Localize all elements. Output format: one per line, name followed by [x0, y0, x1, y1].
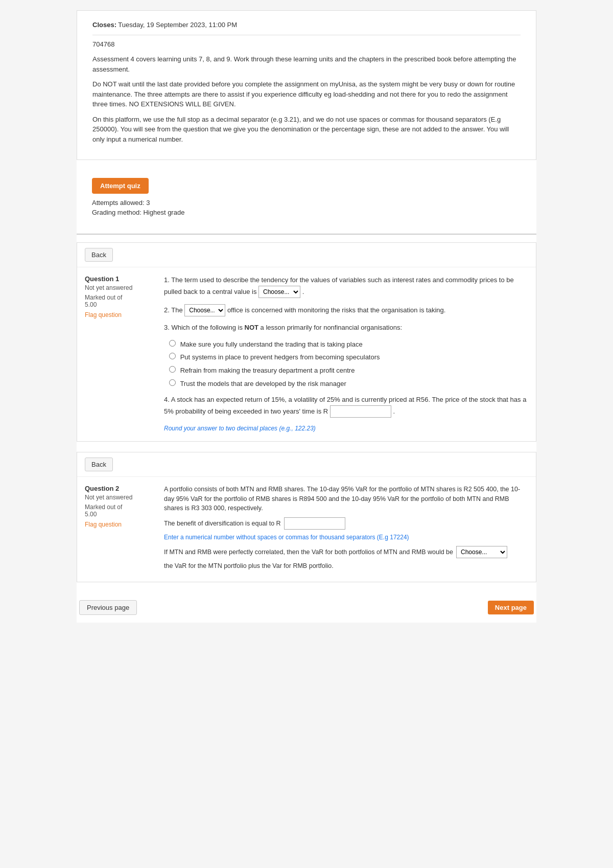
back-bar-q2: Back [77, 452, 536, 477]
correlation-select[interactable]: Choose... [456, 546, 507, 558]
question2-mark: Marked out of 5.00 [85, 504, 156, 518]
attempt-quiz-button[interactable]: Attempt quiz [92, 178, 149, 194]
next-page-button[interactable]: Next page [488, 601, 534, 614]
q3-radio-options: Make sure you fully understand the tradi… [169, 339, 528, 390]
description-p2: Do NOT wait until the last date provided… [92, 79, 521, 109]
question2-status: Not yet answered [85, 494, 156, 501]
question1-title: Question 1 [85, 275, 156, 283]
q4-row: 4. A stock has an expected return of 15%… [164, 395, 528, 418]
previous-page-button[interactable]: Previous page [79, 600, 137, 615]
q3-row: 3. Which of the following is NOT a lesso… [164, 323, 528, 333]
question1-layout: Question 1 Not yet answered Marked out o… [77, 267, 536, 441]
radio-label-2: Put systems in place to prevent hedgers … [180, 353, 380, 361]
question2-sidebar: Question 2 Not yet answered Marked out o… [85, 485, 156, 574]
q3-text: 3. Which of the following is [164, 324, 243, 331]
question1-flag[interactable]: Flag question [85, 311, 122, 318]
question2-card: Back Question 2 Not yet answered Marked … [77, 452, 536, 582]
q1-text: 1. The term used to describe the tendenc… [164, 276, 514, 295]
quiz-id: 704768 [92, 40, 521, 48]
description-p1: Assessment 4 covers learning units 7, 8,… [92, 54, 521, 74]
question1-content: 1. The term used to describe the tendenc… [164, 275, 528, 433]
radio-input-3[interactable] [169, 366, 176, 373]
question1-sidebar: Question 1 Not yet answered Marked out o… [85, 275, 156, 433]
q2-select[interactable]: Choose... [184, 304, 225, 316]
radio-input-4[interactable] [169, 379, 176, 386]
back-button-q1[interactable]: Back [85, 248, 113, 262]
q2-suffix: office is concerned with monitoring the … [227, 306, 446, 314]
radio-input-2[interactable] [169, 353, 176, 359]
benefit-input[interactable] [284, 517, 345, 530]
attempt-meta: Attempts allowed: 3 Grading method: High… [92, 199, 521, 216]
correlation-row: If MTN and RMB were perfectly correlated… [164, 546, 528, 571]
radio-option-4[interactable]: Trust the models that are developed by t… [169, 379, 528, 390]
closes-line: Closes: Tuesday, 19 September 2023, 11:0… [92, 21, 521, 29]
question2-title: Question 2 [85, 485, 156, 492]
question1-mark: Marked out of 5.00 [85, 294, 156, 308]
grading-method: Grading method: Highest grade [92, 209, 521, 216]
q1-row: 1. The term used to describe the tendenc… [164, 275, 528, 298]
radio-label-4: Trust the models that are developed by t… [180, 380, 346, 387]
closes-label: Closes: [92, 21, 116, 29]
description-p3: On this platform, we use the full stop a… [92, 115, 521, 145]
correlation-suffix: the VaR for the MTN portfolio plus the V… [164, 561, 334, 571]
closes-date: Tuesday, 19 September 2023, 11:00 PM [118, 21, 237, 29]
radio-label-3: Refrain from making the treasury departm… [180, 367, 355, 374]
question2-layout: Question 2 Not yet answered Marked out o… [77, 477, 536, 582]
benefit-prefix: The benefit of diversification is equal … [164, 519, 281, 529]
attempt-section: Attempt quiz Attempts allowed: 3 Grading… [77, 170, 536, 226]
info-section: Closes: Tuesday, 19 September 2023, 11:0… [77, 10, 536, 160]
q2-prefix: 2. The [164, 306, 183, 314]
attempts-allowed: Attempts allowed: 3 [92, 199, 521, 207]
q3-suffix: a lesson primarily for nonfinancial orga… [261, 324, 402, 331]
question1-card: Back Question 1 Not yet answered Marked … [77, 242, 536, 442]
description: Assessment 4 covers learning units 7, 8,… [92, 54, 521, 144]
radio-option-1[interactable]: Make sure you fully understand the tradi… [169, 339, 528, 350]
q2-description: A portfolio consists of both MTN and RMB… [164, 485, 528, 513]
q2-row: 2. The Choose... office is concerned wit… [164, 304, 528, 316]
back-bar-q1: Back [77, 243, 536, 267]
back-button-q2[interactable]: Back [85, 458, 113, 471]
benefit-row: The benefit of diversification is equal … [164, 517, 528, 530]
navigation-bar: Previous page Next page [77, 592, 536, 623]
q4-input[interactable] [330, 405, 391, 418]
question2-content: A portfolio consists of both MTN and RMB… [164, 485, 528, 574]
radio-option-2[interactable]: Put systems in place to prevent hedgers … [169, 352, 528, 363]
correlation-prefix: If MTN and RMB were perfectly correlated… [164, 547, 453, 557]
question1-status: Not yet answered [85, 284, 156, 291]
radio-option-3[interactable]: Refrain from making the treasury departm… [169, 366, 528, 376]
radio-label-1: Make sure you fully understand the tradi… [180, 340, 363, 348]
q3-bold: NOT [245, 324, 258, 331]
q1-select[interactable]: Choose... [258, 286, 300, 298]
radio-input-1[interactable] [169, 340, 176, 347]
benefit-note: Enter a numerical number without spaces … [164, 533, 528, 542]
q4-hint: Round your answer to two decimal places … [164, 424, 528, 433]
question2-flag[interactable]: Flag question [85, 521, 122, 528]
